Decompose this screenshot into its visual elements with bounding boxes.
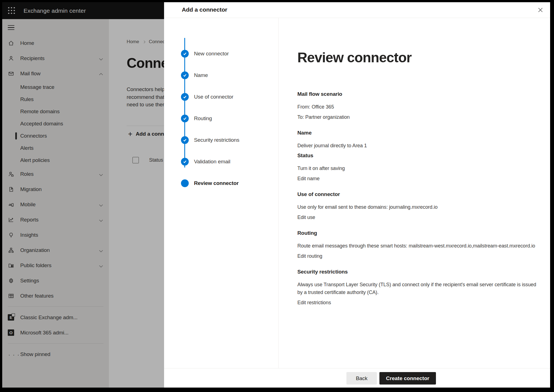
use-of-connector-value: Use only for email sent to these domains…	[297, 203, 541, 211]
review-content: Review connector Mail flow scenario From…	[297, 18, 541, 306]
create-connector-button[interactable]: Create connector	[379, 372, 436, 385]
modal-footer: Back Create connector	[164, 368, 550, 388]
back-button[interactable]: Back	[346, 372, 377, 385]
modal-title: Add a connector	[182, 6, 227, 13]
app-screen: Exchange admin center Home Recipients Ma…	[2, 2, 550, 388]
step-complete-icon	[181, 50, 189, 58]
edit-name-link[interactable]: Edit name	[297, 175, 320, 182]
close-icon[interactable]	[536, 6, 545, 14]
step-current-icon	[181, 179, 189, 187]
section-status: Status Turn it on after saving Edit name	[297, 152, 541, 182]
mail-flow-from: From: Office 365	[297, 103, 541, 111]
status-value: Turn it on after saving	[297, 164, 541, 172]
section-security-restrictions: Security restrictions Always use Transpo…	[297, 268, 541, 306]
add-connector-modal: Add a connector New connector Name Use o…	[164, 2, 550, 388]
review-heading: Review connector	[297, 49, 541, 66]
section-name: Name Deliver journal directly to Area 1	[297, 129, 541, 149]
wizard-steps: New connector Name Use of connector Rout…	[164, 18, 279, 368]
section-routing: Routing Route email messages through the…	[297, 229, 541, 260]
edit-restrictions-link[interactable]: Edit restrictions	[297, 299, 331, 306]
section-mail-flow-scenario: Mail flow scenario From: Office 365 To: …	[297, 91, 541, 121]
modal-header: Add a connector	[164, 2, 550, 18]
step-complete-icon	[181, 93, 189, 101]
step-complete-icon	[181, 136, 189, 144]
step-complete-icon	[181, 158, 189, 166]
step-complete-icon	[181, 115, 189, 122]
edit-use-link[interactable]: Edit use	[297, 213, 315, 221]
step-complete-icon	[181, 71, 189, 79]
security-restrictions-value: Always use Transport Layer Security (TLS…	[297, 281, 541, 296]
connector-name-value: Deliver journal directly to Area 1	[297, 142, 541, 149]
mail-flow-to: To: Partner organization	[297, 113, 541, 121]
edit-routing-link[interactable]: Edit routing	[297, 252, 322, 260]
section-use-of-connector: Use of connector Use only for email sent…	[297, 191, 541, 221]
routing-value: Route email messages through these smart…	[297, 242, 541, 250]
